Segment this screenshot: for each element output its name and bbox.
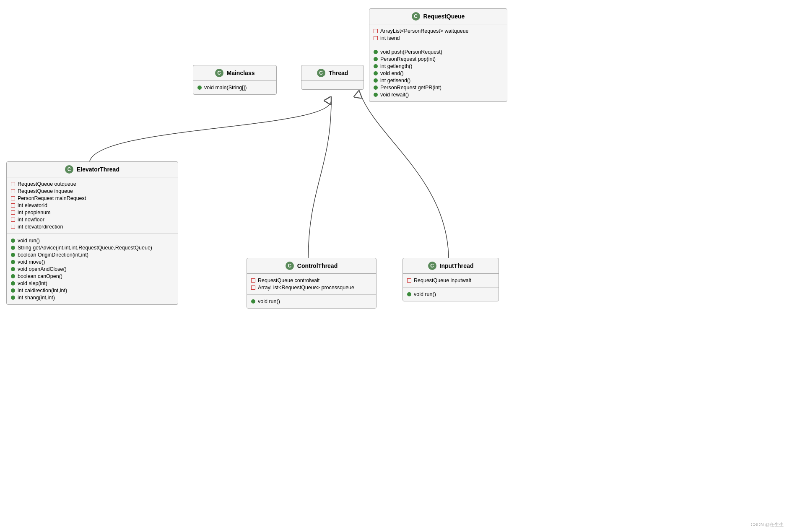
method-marker bbox=[11, 296, 15, 300]
method-marker bbox=[11, 260, 15, 264]
method-marker bbox=[11, 253, 15, 257]
method-marker bbox=[11, 267, 15, 271]
method-label: PersonRequest pop(int) bbox=[380, 56, 436, 62]
inputthread-methods: void run() bbox=[403, 288, 499, 301]
field-label: int peoplenum bbox=[18, 210, 51, 215]
method-marker bbox=[374, 86, 378, 90]
mainclass-methods: void main(String[]) bbox=[193, 81, 276, 94]
field-row: RequestQueue inqueue bbox=[11, 188, 174, 194]
method-marker bbox=[374, 50, 378, 54]
elevatorthread-class: C ElevatorThread RequestQueue outqueue R… bbox=[6, 161, 178, 305]
method-label: void rewait() bbox=[380, 92, 409, 98]
method-row: int getisend() bbox=[374, 78, 503, 83]
controlthread-title: ControlThread bbox=[297, 262, 338, 269]
watermark: CSDN @任生生 bbox=[751, 522, 784, 528]
method-marker bbox=[11, 246, 15, 250]
thread-body bbox=[301, 81, 364, 89]
field-row: RequestQueue inputwait bbox=[407, 278, 494, 283]
method-row: void slep(int) bbox=[11, 280, 174, 286]
inputthread-title: InputThread bbox=[440, 262, 474, 269]
mainclass-icon: C bbox=[215, 69, 223, 77]
field-label: int elevatorid bbox=[18, 202, 47, 208]
elevatorthread-fields: RequestQueue outqueue RequestQueue inque… bbox=[7, 177, 178, 234]
method-row: int shang(int,int) bbox=[11, 295, 174, 301]
method-marker bbox=[11, 288, 15, 293]
method-row: PersonRequest getPR(int) bbox=[374, 85, 503, 91]
controlthread-methods: void run() bbox=[247, 295, 376, 308]
method-row: boolean canOpen() bbox=[11, 273, 174, 279]
thread-title: Thread bbox=[329, 70, 348, 76]
mainclass-header: C Mainclass bbox=[193, 65, 276, 81]
method-label: void run() bbox=[414, 291, 436, 297]
method-label: int getlength() bbox=[380, 63, 412, 69]
requestqueue-fields: ArrayList<PersonRequest> waitqueue int i… bbox=[369, 24, 507, 45]
field-row: ArrayList<PersonRequest> waitqueue bbox=[374, 28, 503, 34]
method-row: void run() bbox=[407, 291, 494, 297]
field-row: ArrayList<RequestQueue> processqueue bbox=[251, 285, 372, 291]
method-label: int shang(int,int) bbox=[18, 295, 55, 301]
requestqueue-header: C RequestQueue bbox=[369, 9, 507, 24]
method-row: void push(PersonRequest) bbox=[374, 49, 503, 55]
method-label: void end() bbox=[380, 70, 404, 76]
thread-header: C Thread bbox=[301, 65, 364, 81]
method-row: void run() bbox=[251, 298, 372, 304]
field-marker bbox=[11, 189, 15, 193]
method-marker bbox=[374, 78, 378, 83]
field-marker bbox=[11, 203, 15, 208]
inputthread-icon: C bbox=[428, 262, 436, 270]
field-label: RequestQueue inqueue bbox=[18, 188, 73, 194]
field-row: int elevatorid bbox=[11, 202, 174, 208]
method-row: void move() bbox=[11, 259, 174, 265]
method-marker bbox=[251, 299, 255, 304]
field-row: RequestQueue outqueue bbox=[11, 181, 174, 187]
field-marker bbox=[11, 225, 15, 229]
method-marker bbox=[374, 57, 378, 61]
method-row: boolean OriginDirection(int,int) bbox=[11, 252, 174, 258]
controlthread-class: C ControlThread RequestQueue controlwait… bbox=[247, 258, 377, 309]
field-marker bbox=[374, 29, 378, 33]
method-marker bbox=[11, 274, 15, 278]
mainclass-class: C Mainclass void main(String[]) bbox=[193, 65, 277, 95]
method-marker bbox=[374, 93, 378, 97]
field-label: ArrayList<PersonRequest> waitqueue bbox=[380, 28, 469, 34]
method-row: String getAdvice(int,int,int,RequestQueu… bbox=[11, 245, 174, 251]
field-row: int nowfloor bbox=[11, 217, 174, 223]
requestqueue-methods: void push(PersonRequest) PersonRequest p… bbox=[369, 45, 507, 101]
field-row: PersonRequest mainRequest bbox=[11, 195, 174, 201]
controlthread-icon: C bbox=[286, 262, 294, 270]
field-marker bbox=[11, 218, 15, 222]
requestqueue-icon: C bbox=[412, 12, 420, 21]
method-row: void main(String[]) bbox=[197, 85, 272, 91]
method-marker bbox=[197, 86, 202, 90]
field-marker bbox=[11, 182, 15, 186]
field-marker bbox=[407, 278, 411, 283]
controlthread-fields: RequestQueue controlwait ArrayList<Reque… bbox=[247, 274, 376, 295]
elevatorthread-title: ElevatorThread bbox=[77, 166, 119, 173]
diagram-container: C RequestQueue ArrayList<PersonRequest> … bbox=[0, 0, 792, 532]
field-marker bbox=[11, 210, 15, 215]
method-row: PersonRequest pop(int) bbox=[374, 56, 503, 62]
field-label: int nowfloor bbox=[18, 217, 44, 223]
elevatorthread-icon: C bbox=[65, 165, 73, 174]
method-row: int caldirection(int,int) bbox=[11, 288, 174, 293]
method-label: void run() bbox=[18, 238, 40, 244]
method-row: void openAndClose() bbox=[11, 266, 174, 272]
thread-icon: C bbox=[317, 69, 325, 77]
elevatorthread-header: C ElevatorThread bbox=[7, 162, 178, 177]
inputthread-fields: RequestQueue inputwait bbox=[403, 274, 499, 288]
field-marker bbox=[374, 36, 378, 40]
requestqueue-class: C RequestQueue ArrayList<PersonRequest> … bbox=[369, 8, 507, 102]
field-row: RequestQueue controlwait bbox=[251, 278, 372, 283]
method-label: PersonRequest getPR(int) bbox=[380, 85, 441, 91]
field-label: RequestQueue controlwait bbox=[258, 278, 319, 283]
method-marker bbox=[11, 281, 15, 285]
method-label: boolean canOpen() bbox=[18, 273, 62, 279]
method-label: int getisend() bbox=[380, 78, 410, 83]
method-label: void run() bbox=[258, 298, 280, 304]
field-marker bbox=[251, 285, 255, 290]
thread-class: C Thread bbox=[301, 65, 364, 90]
method-label: void main(String[]) bbox=[204, 85, 247, 91]
method-label: int caldirection(int,int) bbox=[18, 288, 67, 293]
field-label: int isend bbox=[380, 35, 400, 41]
field-row: int peoplenum bbox=[11, 210, 174, 215]
